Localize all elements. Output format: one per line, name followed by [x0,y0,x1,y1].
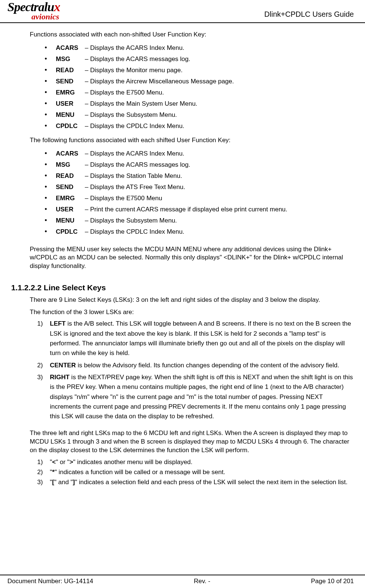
function-key-name: EMRG [56,194,85,203]
function-key-item: •READ– Displays the Monitor menu page. [45,65,354,76]
lsk-item-text: RIGHT is the NEXT/PREV page key. When th… [50,373,354,422]
function-key-desc: – Displays the CPDLC Index Menu. [85,227,354,237]
bullet-icon: • [45,148,56,159]
page-body: Functions associated with each non-shift… [0,23,365,487]
function-key-name: USER [56,205,85,214]
function-key-desc: – Displays the Subsystem Menu. [85,110,354,120]
function-key-item: •USER– Displays the Main System User Men… [45,99,354,109]
function-key-list-shifted: •ACARS– Displays the ACARS Index Menu.•M… [45,148,354,237]
function-key-desc: – Displays the ACARS Index Menu. [85,149,354,159]
function-key-name: ACARS [56,43,85,53]
lsk-item: 1)LEFT is the A/B select. This LSK will … [37,319,354,358]
function-key-item: •MENU– Displays the Subsystem Menu. [45,110,354,120]
function-key-desc: – Print the current ACARS message if dis… [85,205,354,214]
function-key-name: MENU [56,216,85,226]
intro-nonshifted: Functions associated with each non-shift… [30,31,354,39]
char-item-text: "<" or ">" indicates another menu will b… [50,458,354,467]
list-number: 1) [37,319,50,329]
list-number: 3) [37,373,50,382]
lsk-lead: CENTER [50,362,76,369]
char-symbol: < [52,458,56,466]
bullet-icon: • [45,43,56,53]
function-key-item: •EMRG– Displays the E7500 Menu [45,193,354,204]
function-key-item: •MENU– Displays the Subsystem Menu. [45,215,354,226]
logo-bottom: avionics [7,13,60,20]
intro-shifted: The following functions associated with … [30,136,354,145]
function-key-name: EMRG [56,88,85,98]
doc-title: Dlink+CPDLC Users Guide [264,10,354,20]
function-key-desc: – Displays the E7500 Menu [85,194,354,203]
function-key-desc: – Displays the E7500 Menu. [85,88,354,98]
lsk-char-list: 1) "<" or ">" indicates another menu wil… [37,458,354,487]
function-key-name: MSG [56,54,85,64]
bullet-icon: • [45,87,56,98]
lsk-item-text: CENTER is below the Advisory field. Its … [50,361,354,370]
lsk-intro: There are 9 Line Select Keys (LSKs): 3 o… [30,296,354,304]
function-key-name: SEND [56,182,85,192]
logo-top: Spectralux [7,1,60,13]
lsk-item: 3)RIGHT is the NEXT/PREV page key. When … [37,373,354,422]
list-number: 2) [37,468,50,477]
function-key-item: •SEND– Displays the Aircrew Miscellaneou… [45,76,354,87]
function-key-name: ACARS [56,149,85,159]
function-key-desc: – Displays the ACARS messages log. [85,54,354,64]
list-number: 3) [37,478,50,487]
function-key-item: •ACARS– Displays the ACARS Index Menu. [45,148,354,159]
function-key-name: USER [56,99,85,109]
bullet-icon: • [45,193,56,204]
function-key-item: •CPDLC– Displays the CPDLC Index Menu. [45,227,354,237]
function-key-desc: – Displays the Subsystem Menu. [85,216,354,226]
char-item: 3)"[" and "]" indicates a selection fiel… [37,478,354,487]
bullet-icon: • [45,215,56,226]
section-heading: 1.1.2.2.2 Line Select Keys [11,283,354,292]
function-key-desc: – Displays the ACARS Index Menu. [85,43,354,53]
page-header: Spectralux avionics Dlink+CPDLC Users Gu… [0,0,365,23]
function-key-name: MENU [56,110,85,120]
function-key-desc: – Displays the Monitor menu page. [85,65,354,75]
bullet-icon: • [45,65,56,76]
function-key-name: CPDLC [56,227,85,237]
bullet-icon: • [45,76,56,87]
page-footer: Document Number: UG-14114 Rev. - Page 10… [0,575,365,585]
list-number: 2) [37,361,50,370]
lsk-map-paragraph: The three left and right LSKs map to the… [30,429,354,455]
function-key-list-nonshifted: •ACARS– Displays the ACARS Index Menu.•M… [45,43,354,131]
char-item-text: "[" and "]" indicates a selection field … [50,478,354,487]
footer-doc-number: Document Number: UG-14114 [7,578,93,585]
char-symbol: > [70,458,73,466]
function-key-item: •CPDLC– Displays the CPDLC Index Menu. [45,121,354,131]
function-key-name: MSG [56,160,85,170]
bullet-icon: • [45,54,56,64]
lsk-lead: RIGHT [50,374,70,381]
function-key-item: •MSG– Displays the ACARS messages log. [45,54,354,64]
char-symbol: ] [73,479,75,486]
list-number: 1) [37,458,50,467]
bullet-icon: • [45,171,56,181]
lower-lsk-list: 1)LEFT is the A/B select. This LSK will … [37,319,354,421]
bullet-icon: • [45,227,56,237]
function-key-desc: – Displays the CPDLC Index Menu. [85,121,354,131]
function-key-item: •MSG– Displays the ACARS messages log. [45,160,354,170]
lsk-item: 2)CENTER is below the Advisory field. It… [37,361,354,370]
function-key-item: •READ– Displays the Station Table Menu. [45,171,354,181]
lsk-lead: LEFT [50,320,66,327]
function-key-desc: – Displays the Main System User Menu. [85,99,354,109]
function-key-item: •USER– Print the current ACARS message i… [45,204,354,215]
function-key-item: •EMRG– Displays the E7500 Menu. [45,87,354,98]
menu-paragraph: Pressing the MENU user key selects the M… [30,245,354,271]
function-key-name: READ [56,65,85,75]
bullet-icon: • [45,204,56,215]
brand-logo: Spectralux avionics [7,1,60,20]
bullet-icon: • [45,160,56,170]
function-key-desc: – Displays the Station Table Menu. [85,171,354,181]
bullet-icon: • [45,182,56,192]
char-symbol: * [52,469,55,476]
char-symbol: [ [52,479,54,486]
char-item-text: "*" indicates a function will be called … [50,468,354,477]
lsk-func-intro: The function of the 3 lower LSKs are: [30,308,354,317]
char-item: 2) "*" indicates a function will be call… [37,468,354,477]
bullet-icon: • [45,110,56,120]
function-key-item: •ACARS– Displays the ACARS Index Menu. [45,43,354,53]
function-key-desc: – Displays the Aircrew Miscellaneous Mes… [85,77,354,86]
function-key-name: SEND [56,77,85,86]
